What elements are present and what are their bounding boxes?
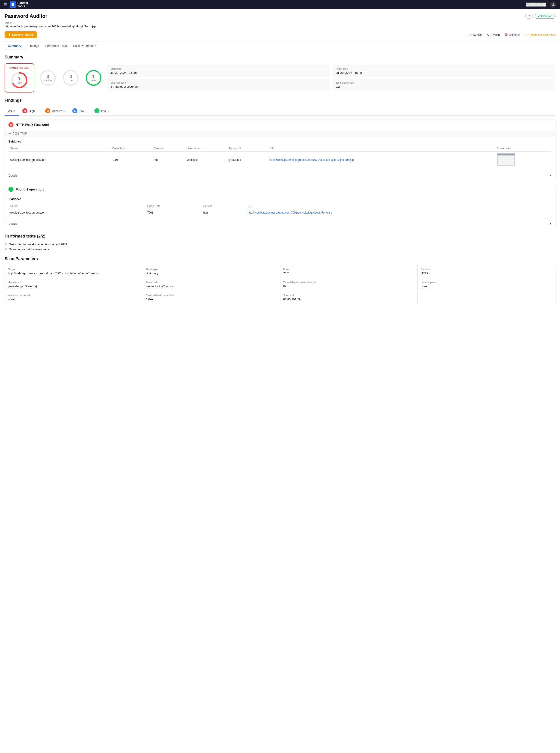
col-server: Server [8,146,110,152]
hamburger-menu-icon[interactable]: ☰ [4,2,7,7]
summary-section: Summary Overall risk level 1 High [4,55,556,93]
target-section: Target http://weblogic.pentest-ground.co… [0,19,560,28]
findings-tab-medium-count: 0 [63,109,65,113]
evidence-url-1[interactable]: http://weblogic.pentest-ground.com:7001/… [268,152,495,168]
user-menu-icon[interactable] [550,1,556,8]
col-open-port: Open Port [110,146,152,152]
evidence-service-1: http [152,152,185,168]
evidence-section-2: Evidence Server Open Port Service URL we… [5,195,555,219]
evidence-server-2: weblogic.pentest-ground.com [8,209,145,216]
main-content: Summary Overall risk level 1 High [0,50,560,309]
param-check-default-credentials: Check default credentials False [142,291,280,304]
metric-label-medium: Medium [43,79,52,82]
calendar-icon: 📅 [504,33,508,37]
col-url: URL [268,146,495,152]
param-time-delay: Time delay between attempts 0s [280,278,418,291]
details-toggle-1[interactable]: Details ▾ [5,171,555,180]
summary-title: Summary [4,55,556,60]
finding-title-2: Found 1 open port [16,188,44,191]
resources-button[interactable]: RESOURCES ▾ [526,2,546,7]
performed-item-2: ✓ Scanning target for open ports... [4,247,556,251]
findings-tab-medium[interactable]: M Medium 0 [42,107,69,116]
evidence-title-1: Evidence [8,140,552,143]
evidence-url-2[interactable]: http://weblogic.pentest-ground.com:7001/… [246,209,552,216]
performed-item-1: ✓ Searching for weak credentials on port… [4,242,556,246]
metric-value-info: 1 [92,74,96,79]
finding-title-1: HTTP Weak Password [16,123,49,127]
col-service: Service [152,146,185,152]
findings-tab-all[interactable]: All 2 [4,107,19,116]
metric-label-info: Info [92,79,96,82]
svg-point-8 [9,133,9,134]
svg-point-0 [553,3,554,4]
details-toggle-2[interactable]: Details ▾ [5,219,555,228]
findings-tab-info[interactable]: I Info 1 [91,107,113,116]
finding-card-http-weak-password: H HTTP Weak Password 7001 / TCP Evidence… [4,119,556,180]
new-scan-button[interactable]: ＋ New scan [467,33,483,37]
performed-tests-section: Performed tests (2/2) ✓ Searching for we… [4,234,556,251]
check-icon: ✓ [538,15,540,18]
param-attempts-per-period: Attempts per period none [5,291,142,304]
finding-card-header-2: I Found 1 open port [5,184,555,195]
status-badge: ✓ Finished [535,14,556,19]
evidence-password-1: gU5JEufe [227,152,268,168]
col-screenshot: Screenshot [495,146,552,152]
page-title: Password Auditor [4,13,47,19]
evidence-url-link-2[interactable]: http://weblogic.pentest-ground.com:7001/… [247,211,332,214]
performed-item-label-2: Scanning target for open ports... [9,248,52,251]
param-source-ip: Source IP 88.80.191.29 [280,291,418,304]
param-target: Target http://weblogic.pentest-ground.co… [5,265,142,278]
finding-port-1: 7001 / TCP [5,130,555,137]
evidence-port-1: 7001 [110,152,152,168]
evidence-url-link-1[interactable]: http://weblogic.pentest-ground.com:7001/… [269,158,354,161]
evidence-row-2: weblogic.pentest-ground.com 7001 http ht… [8,209,552,216]
evidence-server-1: weblogic.pentest-ground.com [8,152,110,168]
tab-summary[interactable]: Summary [4,42,24,50]
findings-tab-all-label: All [8,109,12,113]
finding-card-header-1: H HTTP Weak Password [5,119,555,130]
params-row-1: Target http://weblogic.pentest-ground.co… [5,265,555,278]
report-button[interactable]: ⚠ Report incorrect result [525,33,556,37]
tab-findings[interactable]: Findings [24,42,42,50]
screenshot-thumb-1[interactable] [497,153,515,166]
evidence-row-1: weblogic.pentest-ground.com 7001 http we… [8,152,552,168]
findings-tab-high[interactable]: H High 1 [19,107,42,116]
param-usernames: Usernames pa-weblogic (2 words) [5,278,142,291]
findings-tab-high-label: High [29,109,35,113]
findings-tab-info-count: 1 [107,109,109,113]
performed-item-label-1: Searching for weak credentials on port 7… [9,243,69,246]
export-button[interactable]: ⬇ Export Results [4,31,37,38]
medium-severity-badge: M [45,108,50,113]
evidence-table-1: Server Open Port Service Username Passwo… [8,146,552,168]
findings-tab-medium-label: Medium [52,109,62,113]
risk-value-high: 1 [17,76,22,81]
port-icon [8,132,12,135]
overall-risk-label: Overall risk level [9,66,29,69]
scan-parameters-section: Scan Parameters Target http://weblogic.p… [4,256,556,304]
info-cell-scan-duration: Scan duration 2 minutes 3 seconds [107,79,330,91]
svg-point-9 [10,133,10,134]
page-header: Password Auditor IP ✓ Finished [0,9,560,19]
summary-grid: Overall risk level 1 High [4,63,556,93]
info-cell-finish-time: Finish time Jul 29, 2024 - 15:40 [333,65,556,77]
logo-text-line1: Pentest [17,1,28,4]
findings-title: Findings [4,98,556,103]
info-cell-start-time: Start time Jul 29, 2024 - 15:38 [107,65,330,77]
findings-filter-tabs: All 2 H High 1 M Medium 0 L Low 0 I Info [4,107,556,116]
evidence-screenshot-1[interactable] [495,152,552,168]
param-ports: Ports 7001 [280,265,418,278]
top-navigation: ☰ Pentest Tools RESOURCES ▾ [0,0,560,9]
target-url: http://weblogic.pentest-ground.com:7001/… [4,25,556,28]
schedule-button[interactable]: 📅 Schedule [504,33,520,37]
logo-shield-icon [9,1,16,8]
tab-performed-tests[interactable]: Performed Tests [42,42,70,50]
param-services: Services HTTP [418,265,555,278]
rescan-button[interactable]: ↻ Rescan [487,33,500,37]
logo[interactable]: Pentest Tools [9,1,28,8]
param-lockout-period: Lockout period none [418,278,555,291]
tab-scan-parameters[interactable]: Scan Parameters [70,42,99,50]
scan-params-title: Scan Parameters [4,256,556,261]
col2-service: Service [201,203,246,209]
findings-tab-low[interactable]: L Low 0 [69,107,91,116]
col-password: Password [227,146,268,152]
